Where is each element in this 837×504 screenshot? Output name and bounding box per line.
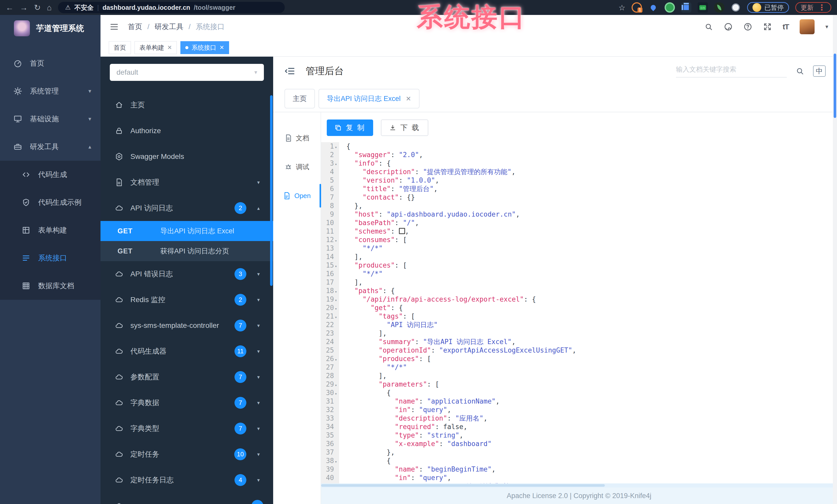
gutter-line: 17 <box>321 278 339 287</box>
close-icon[interactable]: ✕ <box>406 95 411 102</box>
code-line: "info": { <box>346 159 837 168</box>
cloud-icon <box>115 450 123 459</box>
browser-reload-icon[interactable]: ↻ <box>34 4 41 12</box>
swagger-menu-item-sys-sms-template-controller[interactable]: sys-sms-template-controller7▾ <box>101 313 273 338</box>
tag-系统接口[interactable]: 系统接口✕ <box>180 41 229 54</box>
font-size-icon[interactable]: tT <box>783 22 789 31</box>
swagger-menu-item-doc-management[interactable]: 文档管理▾ <box>101 169 273 195</box>
copy-button[interactable]: 复 制 <box>327 119 373 136</box>
browser-update-button[interactable]: 更新 ⋮ <box>795 2 831 13</box>
swagger-menu-item-swagger-home[interactable]: 主页 <box>101 92 273 118</box>
language-toggle[interactable]: 中 <box>813 66 826 77</box>
sidebar-item-system-management[interactable]: 系统管理▾ <box>0 77 101 105</box>
count-badge: 10 <box>234 448 246 460</box>
sidebar-scrollbar-thumb[interactable] <box>270 95 273 286</box>
app-logo[interactable]: 芋道管理系统 <box>0 15 101 42</box>
breadcrumb-item[interactable]: 系统接口 <box>196 22 225 32</box>
extension-icon-3[interactable] <box>664 2 675 13</box>
code-line: ], <box>346 253 837 261</box>
extension-icon-1[interactable]: 1 <box>631 2 642 13</box>
api-operation-export-api-access-log-excel[interactable]: GET导出API 访问日志 Excel <box>101 221 273 241</box>
paused-extension-pill[interactable]: 已暂停 <box>747 2 789 13</box>
swagger-menu-item-scheduled-task-log[interactable]: 定时任务日志4▾ <box>101 467 273 493</box>
swagger-menu-item-authorize[interactable]: Authorize <box>101 118 273 144</box>
close-icon[interactable]: ✕ <box>167 44 172 51</box>
browser-home-icon[interactable]: ⌂ <box>47 4 52 12</box>
count-badge: 3 <box>234 268 246 280</box>
breadcrumb-item[interactable]: 研发工具 <box>155 22 183 32</box>
gutter-line: 30▾ <box>321 389 339 397</box>
code-line: "description": "提供管理员管理的所有功能", <box>346 168 837 176</box>
search-icon[interactable] <box>704 22 713 31</box>
breadcrumb-item[interactable]: 首页 <box>128 22 142 32</box>
api-operation-get-api-access-log-page[interactable]: GET获得API 访问日志分页 <box>101 241 273 261</box>
sidebar-item-infrastructure[interactable]: 基础设施▾ <box>0 105 101 133</box>
doc-side-tab-doc[interactable]: 文档 <box>273 124 321 152</box>
close-icon[interactable]: ✕ <box>219 44 224 51</box>
grid-icon <box>22 226 31 235</box>
swagger-menu-item-clipped-item[interactable] <box>101 493 273 504</box>
tag-首页[interactable]: 首页 <box>109 41 131 54</box>
api-group-select[interactable]: default ▾ <box>110 64 264 81</box>
tag-表单构建[interactable]: 表单构建✕ <box>135 41 177 54</box>
gutter-line: 34 <box>321 423 339 431</box>
swagger-menu-item-redis-monitor[interactable]: Redis 监控2▾ <box>101 287 273 313</box>
doc-tab-主页[interactable]: 主页 <box>285 89 315 108</box>
doc-search-input[interactable]: 输入文档关键字搜索 <box>676 65 787 77</box>
sidebar-item-code-generation-demo[interactable]: 代码生成示例 <box>0 188 101 216</box>
code-line: "parameters": [ <box>346 380 837 389</box>
fullscreen-icon[interactable] <box>763 22 772 31</box>
extension-icon-2[interactable] <box>648 2 658 13</box>
gutter-line: 6 <box>321 185 339 193</box>
chevron-down-icon: ▾ <box>257 374 263 380</box>
json-code-editor[interactable]: 1▾23▾456789101112▾131415▾161718▾19▾20▾21… <box>321 142 837 483</box>
help-icon[interactable] <box>744 22 752 31</box>
chevron-down-icon: ▾ <box>257 322 263 329</box>
swagger-menu-item-dict-data[interactable]: 字典数据7▾ <box>101 390 273 416</box>
chevron-down-icon: ▾ <box>254 69 257 76</box>
code-line: { <box>346 456 837 465</box>
doc-tab-导出API 访问日志 Excel[interactable]: 导出API 访问日志 Excel✕ <box>319 89 420 108</box>
editor-code[interactable]: { "swagger": "2.0", "info": { "descripti… <box>339 142 837 483</box>
doc-search-icon[interactable] <box>796 67 804 75</box>
gutter-line: 13 <box>321 244 339 253</box>
breadcrumb-separator: / <box>147 23 149 31</box>
user-avatar[interactable] <box>800 19 815 34</box>
bookmark-star-icon[interactable]: ☆ <box>619 3 625 12</box>
swagger-menu-item-api-error-log[interactable]: API 错误日志3▾ <box>101 261 273 287</box>
folded-array-icon[interactable] <box>399 228 405 234</box>
sidebar-item-code-generation[interactable]: 代码生成 <box>0 161 101 188</box>
extension-icon-6[interactable] <box>714 2 724 13</box>
gutter-line: 5 <box>321 176 339 185</box>
swagger-menu-item-dict-type[interactable]: 字典类型7▾ <box>101 416 273 442</box>
browser-forward-icon[interactable]: → <box>20 4 28 12</box>
github-icon[interactable] <box>724 22 733 31</box>
sidebar-item-home[interactable]: 首页 <box>0 50 101 77</box>
sidebar-item-db-doc[interactable]: 数据库文档 <box>0 272 101 300</box>
sidebar-item-system-api[interactable]: 系统接口 <box>0 244 101 272</box>
chevron-down-icon[interactable]: ▾ <box>825 23 828 30</box>
page-scrollbar[interactable] <box>833 15 837 504</box>
sidebar-item-dev-tools[interactable]: 研发工具▴ <box>0 133 101 161</box>
extension-icon-7[interactable] <box>731 2 741 13</box>
browser-back-icon[interactable]: ← <box>6 4 14 12</box>
swagger-menu-item-param-config[interactable]: 参数配置7▾ <box>101 364 273 390</box>
editor-horizontal-scrollbar[interactable] <box>321 483 837 487</box>
download-button[interactable]: 下 载 <box>381 119 428 136</box>
page-scrollbar-thumb[interactable] <box>834 54 836 118</box>
swagger-menu-item-scheduled-task[interactable]: 定时任务10▾ <box>101 442 273 467</box>
swagger-menu-item-api-access-log[interactable]: API 访问日志2▴ <box>101 195 273 221</box>
extension-icon-4[interactable] <box>681 2 691 13</box>
swagger-menu-item-code-generator[interactable]: 代码生成器11▾ <box>101 338 273 364</box>
count-badge: 4 <box>234 474 246 486</box>
doc-side-tab-open[interactable]: Open <box>273 181 321 210</box>
hamburger-icon[interactable] <box>109 22 119 32</box>
swagger-menu-item-swagger-models[interactable]: Swagger Models <box>101 144 273 169</box>
sidebar-item-form-builder[interactable]: 表单构建 <box>0 216 101 244</box>
browser-menu-icon[interactable]: ⋮ <box>818 3 826 12</box>
menu-collapse-icon[interactable] <box>285 66 295 76</box>
address-bar[interactable]: ⚠ 不安全 | dashboard.yudao.iocoder.cn/tool/… <box>58 2 285 13</box>
extension-icon-5[interactable]: cn <box>698 2 708 13</box>
doc-side-tab-debug[interactable]: 调试 <box>273 152 321 181</box>
gutter-line: 8 <box>321 202 339 210</box>
